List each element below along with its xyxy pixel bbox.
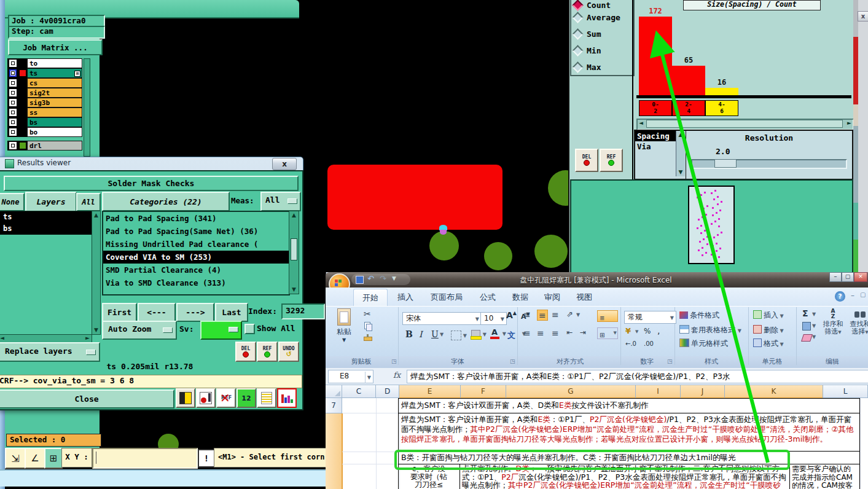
layers-button[interactable]: Layers [25, 192, 77, 212]
results-viewer-titlebar[interactable]: Results viewer x [0, 157, 302, 170]
font-size-select[interactable]: 10 ▼ [480, 312, 507, 325]
column-header-L[interactable]: L [823, 385, 868, 398]
layer-name[interactable]: drl [27, 141, 82, 151]
column-header-C[interactable]: C [342, 385, 376, 398]
column-header-J[interactable]: J [681, 385, 725, 399]
category-item[interactable]: Covered VIA to SM (253) [103, 251, 289, 264]
category-item[interactable]: Via to SMD Clearance (313) [103, 276, 289, 289]
auto-zoom-dropdown[interactable]: Auto Zoom [102, 321, 177, 340]
pan-tool-button[interactable]: ⇲ [5, 448, 26, 469]
chart-hscrollbar[interactable]: ◄ ► [636, 119, 854, 130]
scroll-down-icon[interactable]: ▼ [289, 287, 299, 292]
column-header-I[interactable]: I [636, 385, 681, 399]
underline-button[interactable]: U [431, 329, 439, 339]
insert-cells-button[interactable]: 插入 ▼ [753, 310, 784, 321]
scroll-up-icon[interactable]: ▲ [92, 211, 100, 218]
cell-e8[interactable]: 焊盘为SMT：客户设计单面开窗，A类和E类：①P1厂、P2厂沉金(化学镍钯金)/… [401, 415, 857, 450]
column-header-G[interactable]: G [506, 385, 636, 399]
tab-审阅[interactable]: 审阅 [539, 289, 566, 306]
bold-button[interactable]: B [405, 329, 413, 339]
category-item[interactable]: SMD Partial Clearance (4) [103, 264, 289, 276]
layer-checkbox[interactable] [7, 141, 18, 151]
orientation-button[interactable]: ⇗ [566, 310, 573, 319]
index-input[interactable]: 3292 [281, 303, 325, 319]
layer-name[interactable]: sig3b [27, 98, 82, 108]
stat-radio-max[interactable]: Max [574, 62, 601, 72]
scroll-thumb[interactable] [291, 238, 297, 260]
increase-indent-button[interactable]: ⇥ [580, 328, 586, 337]
layer-row-ts[interactable]: ts⊞ [7, 68, 82, 78]
layer-color-swatch[interactable] [18, 127, 27, 137]
maximize-button[interactable]: ▢ [842, 272, 854, 282]
layer-name[interactable]: bo [27, 127, 82, 137]
next-button[interactable]: ---> [176, 303, 214, 322]
ref-button[interactable]: REF [257, 342, 278, 362]
decrease-indent-button[interactable]: ⇤ [566, 328, 573, 337]
layer-checkbox[interactable] [7, 58, 18, 68]
align-bottom-button[interactable]: ≡ [552, 310, 559, 319]
first-button[interactable]: First [102, 303, 137, 322]
undo-icon[interactable]: ↶ [367, 274, 374, 283]
layer-color-swatch[interactable] [18, 98, 27, 108]
severity-dropdown[interactable] [200, 321, 242, 340]
layer-list-scrollbar[interactable] [84, 58, 90, 157]
minimize-button[interactable]: – [829, 272, 842, 282]
layer-checkbox[interactable] [7, 68, 18, 78]
format-as-table-button[interactable]: 套用表格格式 ▼ [679, 325, 741, 335]
layer-row-bs[interactable]: bs [7, 117, 82, 127]
close-button[interactable]: ✕ [854, 272, 867, 282]
align-right-button[interactable]: ≡ [552, 328, 559, 338]
layer-name[interactable]: ss [27, 108, 82, 117]
sort-filter-button[interactable]: AZ 排序和筛选▼ [821, 308, 845, 336]
layer-color-swatch[interactable] [18, 88, 27, 98]
hist-del-button[interactable]: DEL [575, 149, 598, 172]
layer-name[interactable]: sig2t [27, 88, 82, 98]
exit-view-button[interactable] [176, 388, 195, 408]
wrap-text-button[interactable]: ≣ [597, 310, 618, 322]
radio-diamond-icon[interactable] [572, 0, 583, 10]
font-color-button[interactable]: A ▼ [490, 329, 500, 340]
redo-icon[interactable]: ↷ [380, 274, 386, 283]
list-item[interactable]: bs [0, 223, 92, 235]
autosum-button[interactable]: Σ [802, 308, 808, 318]
merge-center-button[interactable]: ⊞ ▼ [597, 327, 618, 339]
scroll-left-icon[interactable]: ◄ [639, 120, 643, 126]
layer-row-ss[interactable]: ss [7, 108, 82, 117]
background-window-close-icon[interactable]: x [858, 11, 868, 22]
categories-vscrollbar[interactable]: ▲ ▼ [289, 211, 299, 294]
close-results-button[interactable]: Close [0, 389, 174, 409]
radio-diamond-icon[interactable] [572, 12, 583, 23]
replace-layers-dropdown[interactable]: Replace layers [0, 342, 100, 362]
categories-header-button[interactable]: Categories (22) [102, 192, 230, 211]
cut-icon[interactable]: ✂ [364, 309, 371, 319]
scroll-down-icon[interactable]: ▼ [92, 327, 100, 333]
borders-button[interactable]: ▼ [451, 331, 461, 340]
scroll-up-icon[interactable]: ▲ [289, 211, 299, 218]
ribbon-minimize-icon[interactable]: – [851, 291, 854, 300]
stat-radio-sum[interactable]: Sum [574, 29, 601, 39]
hist-ref-button[interactable]: REF [600, 149, 623, 172]
layer-checkbox[interactable] [7, 108, 18, 117]
align-top-button[interactable]: ≡ [523, 310, 531, 319]
layer-checkbox[interactable] [7, 98, 18, 108]
formula-input[interactable]: 焊盘为SMT：客户设计单面开窗，A类和E类：①P1厂、P2厂沉金(化学镍钯金)/… [407, 370, 868, 383]
fill-button[interactable] [802, 322, 811, 331]
conditional-formatting-button[interactable]: 条件格式 [679, 310, 719, 321]
layer-row-bo[interactable]: bo [7, 127, 82, 137]
row-header-7[interactable]: 7 [326, 398, 342, 413]
layer-color-swatch[interactable] [18, 117, 27, 127]
resolution-slider[interactable] [691, 159, 847, 169]
phonetic-button[interactable]: 文 ▼ [507, 329, 521, 340]
stat-radio-count[interactable]: Count [574, 0, 611, 10]
cell-row7[interactable]: 焊盘为SMT：客户设计双面开窗，A类、D类和E类按文件设计不塞孔制作 [401, 401, 856, 412]
ribbon-restore-icon[interactable]: ▢ [860, 291, 866, 298]
fill-color-button[interactable]: ▼ [471, 330, 480, 340]
find-select-button[interactable]: 查找和选择▼ [848, 308, 868, 336]
close-button[interactable]: x [272, 158, 297, 170]
radio-diamond-icon[interactable] [572, 61, 583, 72]
delete-cells-button[interactable]: 删除 ▼ [753, 325, 784, 335]
histogram-view-button[interactable] [277, 388, 297, 408]
left-list-vscrollbar[interactable]: ▲ ▼ [92, 211, 101, 335]
format-painter-icon[interactable] [364, 334, 372, 342]
category-item[interactable]: Pad to Pad Spacing (341) [103, 212, 289, 225]
